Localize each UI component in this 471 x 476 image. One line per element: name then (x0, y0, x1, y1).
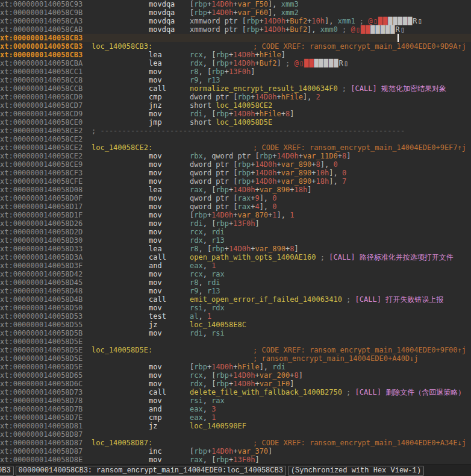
code-segment: movdqa (149, 8, 175, 17)
address: xt:0000000140058CA3 (0, 17, 83, 25)
listing-line[interactable]: xt:0000000140058D26movrdi, [rbp+13F0h] (0, 219, 471, 228)
listing-line[interactable]: xt:0000000140058CB3 (0, 34, 471, 42)
listing-line[interactable]: xt:0000000140058D5Emov[rbp+14D0h+hFile],… (0, 363, 471, 371)
code-segment: and (149, 405, 162, 413)
listing-line[interactable]: xt:0000000140058D30movrdx, r13 (0, 236, 471, 245)
code-segment: dword ptr [rbp+14D0h+var_890+18h], 7 (190, 177, 346, 186)
code-segment: short loc_140058D5E (190, 118, 272, 127)
address: xt:0000000140058C9B (0, 8, 83, 17)
listing-line[interactable]: xt:0000000140058D8Emovrax, [rbp+13F0h] (0, 456, 471, 464)
address: xt:0000000140058D87 (0, 430, 83, 439)
listing-line[interactable]: xt:0000000140058C93movdqa[rbp+14D0h+var_… (0, 0, 471, 8)
status-location: 0000000140058CB3: ransom_encrypt_main_14… (16, 466, 286, 476)
listing-line[interactable]: xt:0000000140058D73calldelete_file_with_… (0, 388, 471, 396)
listing-line[interactable]: xt:0000000140058D42movrcx, rax (0, 270, 471, 278)
address: xt:0000000140058D50 (0, 304, 83, 312)
code-segment: rdi, [rbp+13F0h] (190, 219, 260, 228)
address: xt:0000000140058D7B (0, 405, 83, 413)
code-segment: call (149, 253, 166, 261)
listing-line[interactable]: xt:0000000140058D7Bandeax, 3 (0, 405, 471, 413)
code-segment: rdx, [rbp+14D0h+var_1F0] (190, 380, 294, 388)
listing-line[interactable]: xt:0000000140058D53testal, 1 (0, 312, 471, 321)
listing-line[interactable]: xt:0000000140058CE2loc_140058CE2:; CODE … (0, 143, 471, 152)
code-segment: mov (149, 67, 162, 76)
code-segment: mov (149, 110, 162, 118)
listing-line[interactable]: xt:0000000140058D87loc_140058D87:; CODE … (0, 439, 471, 447)
listing-line[interactable]: xt:0000000140058CE2 (0, 135, 471, 143)
code-segment: ; ransom_encrypt_main_14004EDE0+A40D↓j (253, 354, 419, 363)
listing-line[interactable]: xt:0000000140058D65movrcx, [rbp+14D0h+va… (0, 371, 471, 380)
listing[interactable]: xt:0000000140058C93movdqa[rbp+14D0h+var_… (0, 0, 471, 464)
code-segment: rax, [rbp+14D0h+var_890+18h] (190, 186, 311, 194)
listing-line[interactable]: xt:0000000140058D5Bmovrdi, rsi (0, 329, 471, 337)
listing-line[interactable]: xt:0000000140058D7Ecmpeax, 1 (0, 413, 471, 422)
listing-line[interactable]: xt:0000000140058D33lear8, [rbp+14D0h+var… (0, 245, 471, 253)
listing-line[interactable]: xt:0000000140058D81jzloc_1400590EF (0, 422, 471, 430)
listing-line[interactable]: xt:0000000140058D3Acallopen_path_with_op… (0, 253, 471, 261)
code-segment: delete_file_with_fallback_1400B2750 ; [C… (190, 388, 465, 396)
listing-line[interactable]: xt:0000000140058D5E; ransom_encrypt_main… (0, 354, 471, 363)
code-segment: rcx, [rbp+14D0h+var_200+8] (190, 371, 303, 380)
address: xt:0000000140058CE2 (0, 127, 83, 135)
code-segment: mov (149, 211, 162, 219)
listing-line[interactable]: xt:0000000140058D08learax, [rbp+14D0h+va… (0, 186, 471, 194)
listing-line[interactable]: xt:0000000140058D1Fmov[rbp+14D0h+var_870… (0, 211, 471, 219)
listing-line[interactable]: xt:0000000140058CA3movdqaxmmword ptr [rb… (0, 17, 471, 25)
code-segment: mov (149, 278, 162, 287)
listing-line[interactable]: xt:0000000140058CD7jnzshort loc_140058CE… (0, 101, 471, 110)
listing-line[interactable]: xt:0000000140058D45movr8, rdi (0, 278, 471, 287)
listing-line[interactable]: xt:0000000140058D17movqword ptr [rax+4],… (0, 202, 471, 211)
listing-line[interactable]: xt:0000000140058CCBcallnormalize_encrypt… (0, 84, 471, 93)
address-highlighted: xt:0000000140058CB3 (0, 34, 83, 42)
listing-line[interactable]: xt:0000000140058D5Eloc_140058D5E:; CODE … (0, 346, 471, 354)
listing-line[interactable]: xt:0000000140058CD0cmpdword ptr [rbp+14D… (0, 93, 471, 101)
listing-line[interactable]: xt:0000000140058CB3learcx, [rbp+14D0h+hF… (0, 51, 471, 59)
listing-line[interactable]: xt:0000000140058CE0jmpshort loc_140058D5… (0, 118, 471, 127)
listing-line[interactable]: xt:0000000140058D87inc[rbp+14D0h+var_370… (0, 447, 471, 456)
code-segment: movdqa (149, 25, 175, 34)
code-segment: qword ptr [rax+4], 0 (190, 202, 277, 211)
listing-line[interactable]: xt:0000000140058CD9movrdi, [rbp+14D0h+hF… (0, 110, 471, 118)
address: xt:0000000140058D6C (0, 380, 83, 388)
listing-line[interactable]: xt:0000000140058CE2movrbx, qword ptr [rb… (0, 152, 471, 160)
address: xt:0000000140058D78 (0, 396, 83, 405)
listing-line[interactable]: xt:0000000140058D4Bcallemit_open_error_i… (0, 295, 471, 304)
address: xt:0000000140058D5E (0, 346, 83, 354)
listing-line[interactable]: xt:0000000140058CE2; -------------------… (0, 127, 471, 135)
listing-line[interactable]: xt:0000000140058CB3loc_140058CB3:; CODE … (0, 42, 471, 51)
listing-line[interactable]: xt:0000000140058D50movrsi, rdx (0, 304, 471, 312)
status-bar: 0B3 0000000140058CB3: ransom_encrypt_mai… (0, 464, 471, 476)
listing-line[interactable]: xt:0000000140058D2Dmovrcx, rdi (0, 228, 471, 236)
listing-line[interactable]: xt:0000000140058CE9movdword ptr [rbp+14D… (0, 160, 471, 169)
code-segment: xmmword ptr [rbp+14D0h+Buf2], xmm0 ; @▯█… (190, 25, 405, 34)
code-segment: loc_140058D87: (92, 439, 152, 447)
code-segment: lea (149, 59, 162, 67)
listing-line[interactable]: xt:0000000140058CC1movr8, [rbp+13F0h] (0, 67, 471, 76)
listing-line[interactable]: xt:0000000140058D55jzloc_140058E8C (0, 321, 471, 329)
listing-line[interactable]: xt:0000000140058D48movr9, r13 (0, 287, 471, 295)
listing-line[interactable]: xt:0000000140058CC8movr9, r13 (0, 76, 471, 84)
address: xt:0000000140058D7E (0, 413, 83, 422)
code-segment: [rbp+14D0h+var_870+1], 1 (190, 211, 294, 219)
code-segment: ; CODE XREF: ransom_encrypt_main_14004ED… (253, 143, 466, 152)
code-segment: lea (149, 245, 162, 253)
listing-line[interactable]: xt:0000000140058C9Bmovdqa[rbp+14D0h+var_… (0, 8, 471, 17)
code-segment: mov (149, 456, 162, 464)
listing-line[interactable]: xt:0000000140058D5E (0, 337, 471, 346)
address: xt:0000000140058CE2 (0, 135, 83, 143)
listing-line[interactable]: xt:0000000140058CF3movqword ptr [rbp+14D… (0, 169, 471, 177)
listing-line[interactable]: xt:0000000140058D0Fmovqword ptr [rax+9],… (0, 194, 471, 202)
address: xt:0000000140058CE2 (0, 143, 83, 152)
listing-line[interactable]: xt:0000000140058D87 (0, 430, 471, 439)
listing-line[interactable]: xt:0000000140058CABmovdqaxmmword ptr [rb… (0, 25, 471, 34)
address: xt:0000000140058D3F (0, 261, 83, 270)
code-segment: mov (149, 236, 162, 245)
listing-line[interactable]: xt:0000000140058D6Cmovrdx, [rbp+14D0h+va… (0, 380, 471, 388)
code-segment: open_path_with_opts_1400AE160 ; [CALL] 路… (190, 253, 454, 261)
listing-line[interactable]: xt:0000000140058CFEmovdword ptr [rbp+14D… (0, 177, 471, 186)
listing-line[interactable]: xt:0000000140058D3Fandeax, 1 (0, 261, 471, 270)
address: xt:0000000140058D4B (0, 295, 83, 304)
listing-line[interactable]: xt:0000000140058CBAleardx, [rbp+14D0h+Bu… (0, 59, 471, 67)
listing-line[interactable]: xt:0000000140058D78movrsi, rax (0, 396, 471, 405)
code-segment: r9, r13 (190, 76, 220, 84)
